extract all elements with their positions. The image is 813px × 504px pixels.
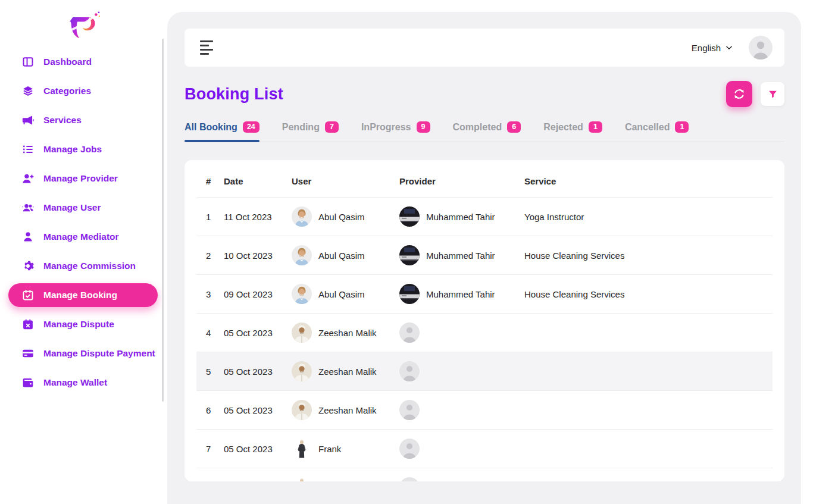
sidebar-item-label: Services bbox=[43, 115, 82, 126]
provider-photo bbox=[399, 361, 420, 381]
title-row: Booking List bbox=[185, 81, 784, 107]
table-row: 505 Oct 2023Zeeshan Malik bbox=[196, 352, 773, 391]
sidebar-item-categories[interactable]: Categories bbox=[8, 79, 158, 103]
cell-number: 4 bbox=[196, 314, 224, 352]
user-photo bbox=[292, 477, 312, 481]
tab-cancelled[interactable]: Cancelled1 bbox=[625, 121, 689, 142]
sidebar-scrollbar[interactable] bbox=[162, 39, 164, 402]
user-photo bbox=[292, 206, 312, 227]
credit-card-icon bbox=[21, 347, 35, 360]
cell-provider bbox=[399, 400, 524, 420]
sidebar-item-dashboard[interactable]: Dashboard bbox=[8, 50, 158, 74]
tab-pending[interactable]: Pending7 bbox=[282, 121, 339, 142]
cell-service: House Cleaning Services bbox=[524, 236, 773, 275]
sidebar-item-manage-commission[interactable]: Manage Commission bbox=[8, 254, 158, 278]
sidebar-item-label: Manage Mediator bbox=[43, 231, 119, 242]
provider-photo bbox=[399, 245, 420, 265]
cell-user: Zeeshan Malik bbox=[292, 361, 399, 381]
megaphone-icon bbox=[21, 114, 35, 127]
sidebar-item-manage-wallet[interactable]: Manage Wallet bbox=[8, 371, 158, 395]
sidebar-item-services[interactable]: Services bbox=[8, 108, 158, 132]
cell-date: 05 Oct 2023 bbox=[224, 391, 292, 430]
tab-all-booking[interactable]: All Booking24 bbox=[185, 121, 259, 142]
cell-date: 09 Oct 2023 bbox=[224, 275, 292, 314]
tab-count-badge: 7 bbox=[325, 121, 339, 133]
user-name: Zeeshan Malik bbox=[318, 405, 377, 415]
tab-label: InProgress bbox=[361, 122, 411, 133]
provider-photo bbox=[399, 206, 420, 227]
provider-photo bbox=[399, 323, 420, 343]
tab-inprogress[interactable]: InProgress9 bbox=[361, 121, 430, 142]
sidebar-item-manage-dispute[interactable]: Manage Dispute bbox=[8, 312, 158, 336]
table-body: 111 Oct 2023Abul QasimMuhammed TahirYoga… bbox=[196, 198, 773, 482]
column-header-user: User bbox=[292, 160, 399, 198]
sidebar-item-label: Categories bbox=[43, 86, 91, 96]
sidebar-item-label: Manage Booking bbox=[43, 290, 117, 300]
cell-number: 3 bbox=[196, 275, 224, 314]
sidebar-item-manage-booking[interactable]: Manage Booking bbox=[8, 283, 158, 307]
cell-user: Zeeshan Malik bbox=[292, 323, 399, 343]
user-name: Zeeshan Malik bbox=[318, 328, 377, 338]
tab-count-badge: 1 bbox=[589, 121, 602, 133]
refresh-button[interactable] bbox=[726, 81, 752, 107]
app-root: DashboardCategoriesServicesManage JobsMa… bbox=[0, 0, 813, 504]
tab-label: Completed bbox=[453, 122, 502, 133]
cell-service bbox=[524, 314, 773, 352]
cell-user: Frank bbox=[292, 477, 399, 481]
cell-service bbox=[524, 468, 773, 482]
cell-provider bbox=[399, 439, 524, 459]
cell-date: 31 Oct 2023 bbox=[224, 468, 292, 482]
dashboard-icon bbox=[21, 55, 35, 68]
cell-provider bbox=[399, 361, 524, 381]
user-name: Abul Qasim bbox=[318, 289, 365, 299]
calendar-check-icon bbox=[21, 289, 35, 302]
user-photo bbox=[292, 361, 312, 381]
cell-number: 6 bbox=[196, 391, 224, 430]
tab-completed[interactable]: Completed6 bbox=[453, 121, 521, 142]
filter-button[interactable] bbox=[761, 82, 784, 106]
tab-count-badge: 6 bbox=[507, 121, 521, 133]
main-panel: English Booking List bbox=[167, 12, 801, 504]
tab-count-badge: 1 bbox=[675, 121, 689, 133]
cell-provider: Muhammed Tahir bbox=[399, 284, 524, 304]
cell-service: Yoga Instructor bbox=[524, 198, 773, 236]
sidebar-item-label: Manage Commission bbox=[43, 261, 136, 271]
user-photo bbox=[292, 400, 312, 420]
cell-user: Abul Qasim bbox=[292, 284, 399, 304]
table-row: 405 Oct 2023Zeeshan Malik bbox=[196, 314, 773, 352]
sidebar-item-label: Manage Dispute Payment bbox=[43, 348, 155, 359]
sidebar-item-manage-provider[interactable]: Manage Provider bbox=[8, 167, 158, 190]
sidebar-item-label: Manage Wallet bbox=[43, 377, 107, 388]
cell-user: Abul Qasim bbox=[292, 245, 399, 265]
table-row: 831 Oct 2023Frank bbox=[196, 468, 773, 482]
user-name: Abul Qasim bbox=[318, 212, 365, 222]
sidebar-item-label: Manage Jobs bbox=[43, 144, 102, 155]
sidebar-item-manage-jobs[interactable]: Manage Jobs bbox=[8, 137, 158, 161]
booking-table-card: #DateUserProviderService 111 Oct 2023Abu… bbox=[185, 160, 784, 481]
cell-service bbox=[524, 391, 773, 430]
table-header-row: #DateUserProviderService bbox=[196, 160, 773, 198]
sidebar-item-manage-user[interactable]: Manage User bbox=[8, 196, 158, 220]
sidebar-item-label: Manage Provider bbox=[43, 173, 118, 184]
tab-rejected[interactable]: Rejected1 bbox=[543, 121, 602, 142]
user-avatar[interactable] bbox=[749, 36, 773, 60]
cell-date: 11 Oct 2023 bbox=[224, 198, 292, 236]
cell-service bbox=[524, 352, 773, 391]
cell-number: 1 bbox=[196, 198, 224, 236]
sidebar-item-manage-mediator[interactable]: Manage Mediator bbox=[8, 225, 158, 249]
cell-provider: Muhammed Tahir bbox=[399, 206, 524, 227]
cell-provider: Muhammed Tahir bbox=[399, 245, 524, 265]
gear-icon bbox=[21, 259, 35, 273]
cell-user: Zeeshan Malik bbox=[292, 400, 399, 420]
sidebar-item-label: Manage Dispute bbox=[43, 319, 114, 330]
provider-photo bbox=[399, 439, 420, 459]
cell-date: 10 Oct 2023 bbox=[224, 236, 292, 275]
sidebar-nav: DashboardCategoriesServicesManage JobsMa… bbox=[0, 50, 167, 400]
cell-user: Frank bbox=[292, 439, 399, 459]
chevron-down-icon bbox=[725, 43, 733, 52]
menu-toggle-icon[interactable] bbox=[198, 38, 215, 57]
sidebar-item-manage-dispute-payment[interactable]: Manage Dispute Payment bbox=[8, 342, 158, 365]
provider-photo bbox=[399, 284, 420, 304]
language-selector[interactable]: English bbox=[692, 43, 733, 53]
column-header-: # bbox=[196, 160, 224, 198]
